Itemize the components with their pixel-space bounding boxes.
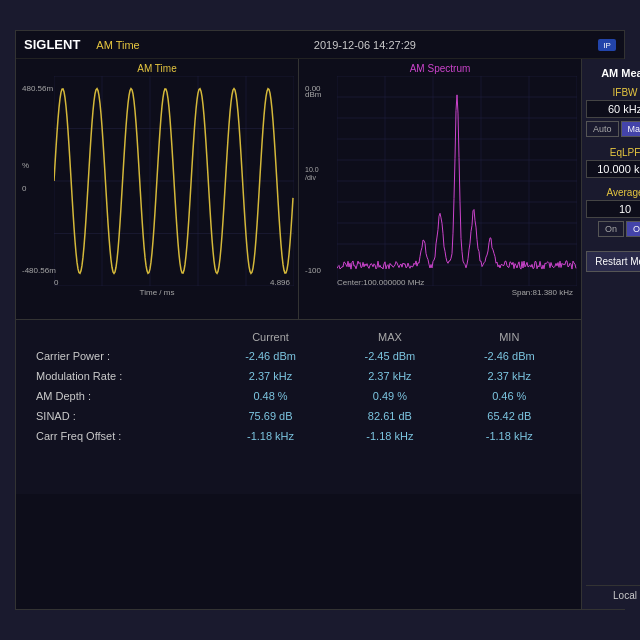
avg-off-button[interactable]: Off xyxy=(626,221,640,237)
sidebar: AM Meas IFBW 60 kHz Auto Manual EqLPF 10… xyxy=(581,59,640,609)
spec-x-span: Span:81.380 kHz xyxy=(512,288,573,297)
row-max: 2.37 kHz xyxy=(330,366,449,386)
table-row: Carr Freq Offset :-1.18 kHz-1.18 kHz-1.1… xyxy=(28,426,569,446)
y-axis-top: 480.56m xyxy=(22,84,53,93)
row-label: SINAD : xyxy=(28,406,211,426)
ifbw-value: 60 kHz xyxy=(586,100,640,118)
ifbw-toggle: Auto Manual xyxy=(586,121,640,137)
header: SIGLENT AM Time 2019-12-06 14:27:29 IP xyxy=(16,31,624,59)
row-current: 75.69 dB xyxy=(211,406,330,426)
row-current: -2.46 dBm xyxy=(211,346,330,366)
y-axis-zero: 0 xyxy=(22,184,26,193)
charts-area: AM Time 480.56m % 0 -480.56m 0 Time / ms… xyxy=(16,59,581,609)
manual-button[interactable]: Manual xyxy=(621,121,640,137)
average-value: 10 xyxy=(586,200,640,218)
datetime-label: 2019-12-06 14:27:29 xyxy=(314,39,416,51)
x-axis-end: 4.896 xyxy=(270,278,290,287)
logo: SIGLENT xyxy=(24,37,80,52)
col-min: MIN xyxy=(450,328,569,346)
row-min: 65.42 dB xyxy=(450,406,569,426)
eqlpf-value: 10.000 kHz xyxy=(586,160,640,178)
x-axis-start: 0 xyxy=(54,278,58,287)
row-current: 2.37 kHz xyxy=(211,366,330,386)
spec-y-bottom: -100 xyxy=(305,266,321,275)
row-max: 82.61 dB xyxy=(330,406,449,426)
row-min: -1.18 kHz xyxy=(450,426,569,446)
spec-y-dbm: dBm xyxy=(305,90,321,99)
col-current: Current xyxy=(211,328,330,346)
wifi-icon: IP xyxy=(598,39,616,51)
am-time-header-label: AM Time xyxy=(96,39,139,51)
row-min: 0.46 % xyxy=(450,386,569,406)
sidebar-title: AM Meas xyxy=(586,63,640,83)
spec-x-center: Center:100.000000 MHz xyxy=(337,278,424,287)
avg-on-button[interactable]: On xyxy=(598,221,624,237)
svg-text:IP: IP xyxy=(603,41,611,50)
time-chart: AM Time 480.56m % 0 -480.56m 0 Time / ms… xyxy=(16,59,299,319)
x-axis-label: Time / ms xyxy=(140,288,175,297)
main-screen: SIGLENT AM Time 2019-12-06 14:27:29 IP A… xyxy=(15,30,625,610)
row-label: AM Depth : xyxy=(28,386,211,406)
avg-toggle: On Off xyxy=(586,221,640,237)
table-row: AM Depth :0.48 %0.49 %0.46 % xyxy=(28,386,569,406)
eqlpf-label: EqLPF xyxy=(586,147,640,158)
auto-button[interactable]: Auto xyxy=(586,121,619,137)
top-charts: AM Time 480.56m % 0 -480.56m 0 Time / ms… xyxy=(16,59,581,319)
main-area: AM Time 480.56m % 0 -480.56m 0 Time / ms… xyxy=(16,59,624,609)
row-label: Carr Freq Offset : xyxy=(28,426,211,446)
eqlpf-section: EqLPF 10.000 kHz xyxy=(586,147,640,181)
ifbw-label: IFBW xyxy=(586,87,640,98)
restart-meas-button[interactable]: Restart Meas xyxy=(586,251,640,272)
row-min: 2.37 kHz xyxy=(450,366,569,386)
table-row: SINAD :75.69 dB82.61 dB65.42 dB xyxy=(28,406,569,426)
spec-y-div: 10.0/div xyxy=(305,166,319,183)
y-axis-pct: % xyxy=(22,161,29,170)
y-axis-bottom: -480.56m xyxy=(22,266,56,275)
data-table: Current MAX MIN Carrier Power :-2.46 dBm… xyxy=(16,319,581,494)
row-label: Carrier Power : xyxy=(28,346,211,366)
row-max: -1.18 kHz xyxy=(330,426,449,446)
row-current: -1.18 kHz xyxy=(211,426,330,446)
row-max: 0.49 % xyxy=(330,386,449,406)
row-min: -2.46 dBm xyxy=(450,346,569,366)
table-row: Modulation Rate :2.37 kHz2.37 kHz2.37 kH… xyxy=(28,366,569,386)
row-label: Modulation Rate : xyxy=(28,366,211,386)
local-label: Local xyxy=(586,585,640,605)
ifbw-section: IFBW 60 kHz Auto Manual xyxy=(586,87,640,141)
time-chart-title: AM Time xyxy=(20,63,294,74)
spectrum-chart: AM Spectrum 0.00 dBm 10.0/div -100 Cente… xyxy=(299,59,581,319)
table-row: Carrier Power :-2.46 dBm-2.45 dBm-2.46 d… xyxy=(28,346,569,366)
col-max: MAX xyxy=(330,328,449,346)
average-section: Average 10 On Off xyxy=(586,187,640,241)
average-label: Average xyxy=(586,187,640,198)
row-max: -2.45 dBm xyxy=(330,346,449,366)
row-current: 0.48 % xyxy=(211,386,330,406)
spectrum-chart-title: AM Spectrum xyxy=(303,63,577,74)
